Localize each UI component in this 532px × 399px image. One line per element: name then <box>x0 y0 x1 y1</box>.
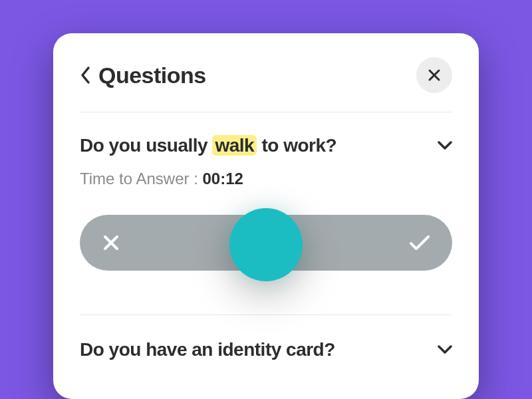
time-value: 00:12 <box>203 170 243 188</box>
answer-slider[interactable] <box>80 215 452 275</box>
chevron-down-icon[interactable] <box>438 345 452 354</box>
page-title: Questions <box>98 63 206 88</box>
question-text-1: Do you usually walk to work? <box>80 135 336 156</box>
question-highlight: walk <box>212 135 257 156</box>
close-button[interactable] <box>416 57 452 93</box>
question-suffix: to work? <box>257 135 336 156</box>
header-left: Questions <box>80 63 206 88</box>
time-to-answer: Time to Answer : 00:12 <box>80 170 452 188</box>
question-text-2: Do you have an identity card? <box>80 339 335 360</box>
question-row: Do you usually walk to work? <box>80 135 452 156</box>
close-icon <box>427 68 442 82</box>
time-label: Time to Answer : <box>80 170 203 188</box>
slider-handle[interactable] <box>229 208 303 281</box>
back-chevron-icon[interactable] <box>80 66 92 84</box>
yes-icon[interactable] <box>408 234 431 251</box>
no-icon[interactable] <box>101 233 121 253</box>
question-row-2: Do you have an identity card? <box>80 339 452 360</box>
question-block-1: Do you usually walk to work? Time to Ans… <box>80 112 452 275</box>
question-block-2: Do you have an identity card? <box>80 315 452 360</box>
card-header: Questions <box>80 57 452 112</box>
question-prefix: Do you usually <box>80 135 212 156</box>
questions-card: Questions Do you usually walk to work? T… <box>53 33 479 399</box>
chevron-down-icon[interactable] <box>438 141 452 150</box>
